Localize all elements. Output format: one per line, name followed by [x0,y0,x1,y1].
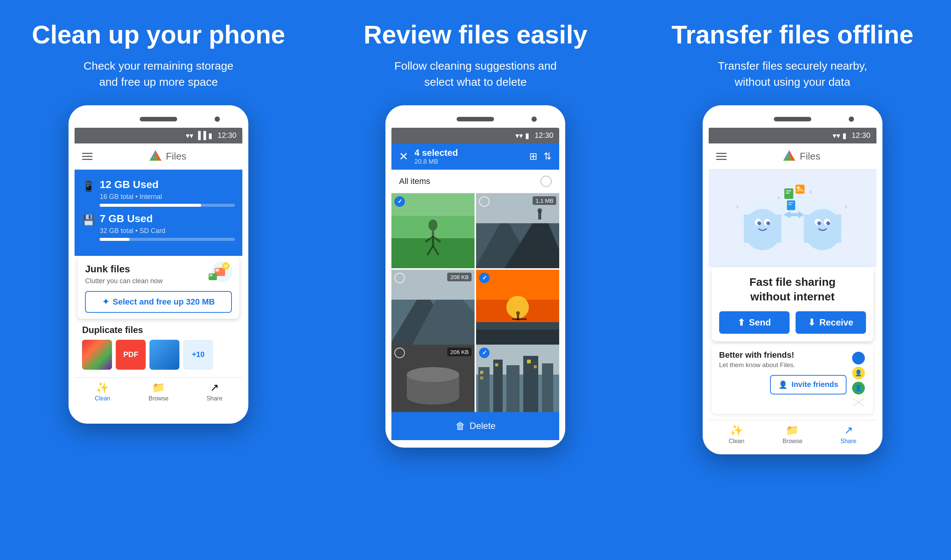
status-time-2: 12:30 [534,131,553,140]
svg-point-75 [817,222,821,225]
select-free-btn[interactable]: ✦ Select and free up 320 MB [85,291,232,313]
browse-nav-icon-1: 📁 [152,382,165,394]
svg-rect-79 [786,192,789,194]
svg-rect-25 [538,212,541,220]
middle-panel: Review files easily Follow cleaning sugg… [317,0,634,560]
svg-rect-50 [506,365,520,412]
selected-info: 4 selected 20.8 MB [414,148,523,166]
dup-thumb-1 [82,340,112,370]
svg-rect-8 [209,274,212,277]
phone-3-top [709,113,876,126]
svg-rect-10 [225,265,227,267]
status-time-1: 12:30 [218,131,236,140]
delete-button[interactable]: 🗑 Delete [391,412,559,440]
nav-clean-1[interactable]: ✨ Clean [75,382,130,402]
storage-internal: 📱 12 GB Used 16 GB total • Internal [82,178,235,207]
panel-2-desc: Follow cleaning suggestions andselect wh… [394,58,557,90]
hamburger-icon-3[interactable] [716,153,726,160]
storage-internal-row: 📱 12 GB Used 16 GB total • Internal [82,178,235,207]
storage-sdcard-details: 7 GB Used 32 GB total • SD Card [100,213,235,241]
invite-card: Better with friends! Let them know about… [712,344,874,414]
clean-nav-icon-3: ✨ [730,424,743,436]
svg-rect-37 [476,322,559,330]
photo-cell-1[interactable]: ✓ [391,193,475,268]
svg-rect-34 [476,270,559,300]
svg-rect-39 [512,318,527,320]
panel-3-title: Transfer files offline [672,21,914,49]
send-button[interactable]: ⬆ Send [719,311,789,334]
invite-friends-button[interactable]: 👤 Invite friends [770,375,846,394]
transfer-hero-svg [729,181,856,256]
battery-icon-2: ▮ [525,131,529,140]
storage-bar-fill-1 [100,204,201,207]
svg-rect-54 [480,377,483,380]
duplicate-title: Duplicate files [82,325,235,335]
select-all-circle[interactable] [540,176,552,187]
close-selection-icon[interactable]: ✕ [399,150,408,163]
invite-label: Invite friends [791,380,838,389]
status-time-3: 12:30 [852,131,871,140]
selected-size: 20.8 MB [414,158,523,166]
signal-icon: ▐▐ [195,131,206,140]
selected-count: 4 selected [414,148,523,158]
photo-cell-5[interactable]: 206 KB [391,345,475,412]
photo-cell-2[interactable]: 1.1 MB [476,193,559,268]
nav-clean-3[interactable]: ✨ Clean [709,424,765,445]
svg-point-69 [766,222,770,225]
nav-browse-1[interactable]: 📁 Browse [130,382,186,402]
photo-size-5: 206 KB [447,348,472,356]
phone-3-toolbar: Files [709,143,876,170]
phone-3-wrapper: ▾▾ ▮ 12:30 [703,105,882,454]
svg-marker-88 [845,205,847,209]
photo-size-3: 208 KB [447,273,472,281]
connector-lines [851,397,866,408]
panel-1-title: Clean up your phone [32,21,285,49]
status-icons-1: ▾▾ ▐▐ ▮ 12:30 [186,131,236,140]
nav-share-1[interactable]: ↗ Share [186,382,242,402]
photo-cell-3[interactable]: 208 KB [391,270,475,345]
phone-1-mockup: ▾▾ ▐▐ ▮ 12:30 [69,105,248,424]
share-buttons: ⬆ Send ⬇ Receive [719,311,866,334]
svg-rect-49 [493,360,503,412]
photo-cell-6[interactable]: ✓ [476,345,559,412]
all-items-label: All items [399,177,540,186]
junk-icon-cluster [203,260,233,286]
sort-icon[interactable]: ⇅ [543,151,552,162]
photo-cell-4[interactable]: ✓ [476,270,559,345]
svg-rect-13 [391,193,475,216]
svg-rect-40 [517,315,519,320]
svg-rect-56 [527,360,531,363]
photo-grid: ✓ [391,193,559,345]
battery-icon: ▮ [208,131,212,140]
files-logo-3: Files [734,149,869,163]
grid-view-icon[interactable]: ⊞ [529,151,537,162]
phone-1-wrapper: ▾▾ ▐▐ ▮ 12:30 [69,105,248,424]
status-bar-2: ▾▾ ▮ 12:30 [391,128,559,143]
svg-rect-83 [787,200,795,210]
storage-sdcard-row: 💾 7 GB Used 32 GB total • SD Card [82,213,235,241]
files-logo-svg [149,149,162,163]
hamburger-icon[interactable] [82,153,92,160]
svg-point-14 [428,220,437,231]
wifi-icon-3: ▾▾ [833,131,840,140]
phone-speaker [140,117,177,122]
storage-internal-details: 12 GB Used 16 GB total • Internal [100,178,235,207]
duplicate-thumbs: PDF +10 [82,340,235,370]
delete-label: Delete [470,421,496,431]
right-panel: Transfer files offline Transfer files se… [634,0,951,560]
transfer-hero [709,170,876,267]
duplicate-section: Duplicate files PDF +10 [75,319,242,370]
storage-sdcard-label: 7 GB Used [100,213,235,225]
panel-3-desc: Transfer files securely nearby,without u… [718,58,867,90]
svg-rect-71 [804,215,841,239]
svg-point-41 [516,311,520,315]
phone-3-camera [849,117,854,122]
friend-avatars: 👤 👤 👤 [851,350,866,408]
invite-card-text: Better with friends! Let them know about… [719,350,846,394]
nav-share-3[interactable]: ↗ Share [820,424,876,445]
bottom-nav-3: ✨ Clean 📁 Browse ↗ Share [709,420,876,447]
receive-button[interactable]: ⬇ Receive [796,311,866,334]
nav-browse-3[interactable]: 📁 Browse [765,424,820,445]
junk-card: Junk files Clutter you can clean now [77,256,239,319]
spark-icon: ✦ [102,297,109,307]
